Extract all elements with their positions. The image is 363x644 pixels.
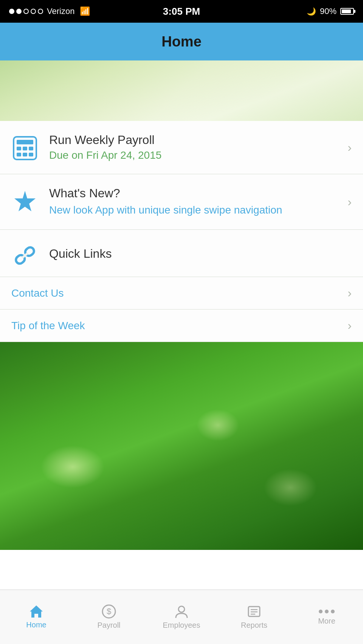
dollar-icon: $ <box>102 604 116 619</box>
tip-of-week-label: Tip of the Week <box>11 320 85 332</box>
svg-marker-12 <box>30 605 43 618</box>
signal-dot-5 <box>38 9 43 14</box>
tab-more[interactable]: More <box>290 590 363 644</box>
svg-point-21 <box>325 610 329 613</box>
battery-icon <box>340 8 354 15</box>
quick-links-header: Quick Links <box>0 230 363 277</box>
status-right: 🌙 90% <box>307 6 354 16</box>
svg-rect-7 <box>29 153 33 156</box>
payroll-title: Run Weekly Payroll <box>49 133 337 147</box>
page-title: Home <box>161 34 202 50</box>
signal-dot-2 <box>16 9 22 14</box>
tab-bar: Home $ Payroll Employees <box>0 590 363 644</box>
signal-dot-4 <box>31 9 36 14</box>
signal-dots <box>9 9 43 14</box>
battery-fill <box>342 9 351 13</box>
content-area: Run Weekly Payroll Due on Fri Apr 24, 20… <box>0 121 363 342</box>
svg-rect-1 <box>17 140 33 144</box>
nav-header: Home <box>0 23 363 60</box>
quick-links-title: Quick Links <box>49 247 112 261</box>
contact-us-chevron: › <box>347 286 352 300</box>
chain-icon <box>11 242 39 269</box>
whats-new-content: What's New? New look App with unique sin… <box>49 186 337 217</box>
whats-new-subtitle: New look App with unique single swipe na… <box>49 203 337 217</box>
signal-dot-1 <box>9 9 14 14</box>
payroll-chevron: › <box>347 141 352 155</box>
payroll-subtitle: Due on Fri Apr 24, 2015 <box>49 149 337 161</box>
calculator-icon <box>11 135 39 162</box>
contact-us-label: Contact Us <box>11 287 64 299</box>
tab-reports-label: Reports <box>241 621 267 630</box>
svg-point-15 <box>178 606 185 612</box>
bottom-banner-image <box>0 342 363 550</box>
home-icon <box>29 605 43 618</box>
svg-rect-3 <box>23 147 27 150</box>
tab-payroll[interactable]: $ Payroll <box>73 590 145 644</box>
tab-payroll-label: Payroll <box>97 621 120 630</box>
quick-links-section: Quick Links Contact Us › Tip of the Week… <box>0 230 363 342</box>
status-left: Verizon 📶 <box>9 6 90 16</box>
svg-rect-6 <box>23 153 27 156</box>
svg-point-22 <box>331 610 335 613</box>
svg-point-20 <box>319 610 323 613</box>
whats-new-title: What's New? <box>49 186 337 200</box>
tab-reports[interactable]: Reports <box>218 590 290 644</box>
person-icon <box>174 604 189 619</box>
status-bar: Verizon 📶 3:05 PM 🌙 90% <box>0 0 363 23</box>
top-banner-image <box>0 60 363 121</box>
star-icon <box>11 188 39 215</box>
tip-of-week-chevron: › <box>347 319 352 333</box>
tab-more-label: More <box>318 617 335 625</box>
battery-percentage: 90% <box>320 6 337 16</box>
svg-rect-2 <box>17 147 21 150</box>
whats-new-item[interactable]: What's New? New look App with unique sin… <box>0 174 363 230</box>
payroll-content: Run Weekly Payroll Due on Fri Apr 24, 20… <box>49 133 337 161</box>
signal-dot-3 <box>23 9 29 14</box>
whats-new-chevron: › <box>347 195 352 209</box>
tip-of-week-item[interactable]: Tip of the Week › <box>0 310 363 342</box>
svg-rect-4 <box>29 147 33 150</box>
moon-icon: 🌙 <box>307 7 316 16</box>
contact-us-item[interactable]: Contact Us › <box>0 277 363 310</box>
svg-text:$: $ <box>107 607 111 616</box>
list-icon <box>247 604 261 619</box>
payroll-item[interactable]: Run Weekly Payroll Due on Fri Apr 24, 20… <box>0 121 363 174</box>
tab-home[interactable]: Home <box>0 590 73 644</box>
svg-rect-5 <box>17 153 21 156</box>
tab-home-label: Home <box>26 621 46 629</box>
tab-employees[interactable]: Employees <box>145 590 218 644</box>
wifi-icon: 📶 <box>80 6 90 16</box>
tab-employees-label: Employees <box>163 621 200 630</box>
svg-marker-8 <box>14 191 36 211</box>
status-time: 3:05 PM <box>163 6 200 17</box>
dots-icon <box>318 608 335 615</box>
carrier-name: Verizon <box>47 6 74 16</box>
